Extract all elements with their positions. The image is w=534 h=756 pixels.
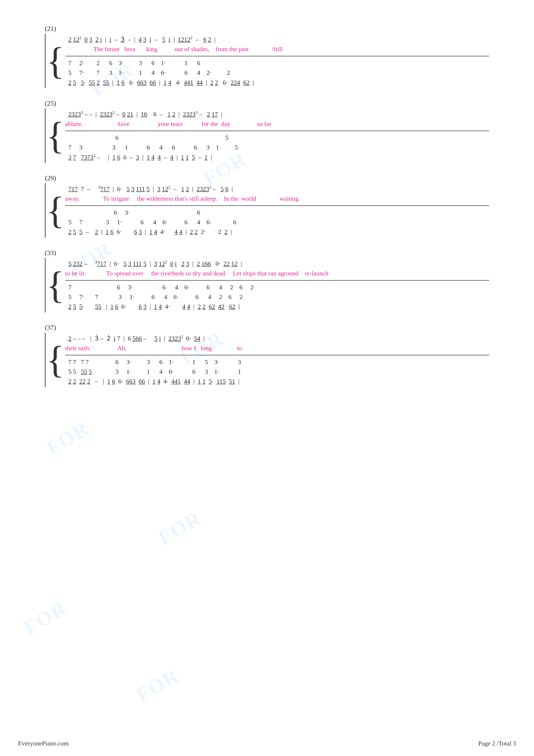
staves-29: 717 7 – 3717 | 6· 5 3 111 5 | 3 122 – 1 … bbox=[65, 183, 489, 238]
brace-33: { bbox=[45, 258, 65, 312]
section-label-25: (25) bbox=[45, 99, 489, 107]
bass-row2-21: 5 7· 7 3 1· 1 4 6· 6 4 2· 2 bbox=[65, 68, 489, 77]
brace-29: { bbox=[45, 183, 65, 238]
watermark-5: FOR bbox=[42, 417, 93, 460]
section-label-21: (21) bbox=[45, 25, 489, 32]
staves-25: 23233 – – | 23233 – 0 21 | 16· 6 – 1 2 |… bbox=[65, 108, 489, 163]
section-label-33: (33) bbox=[45, 249, 489, 256]
watermark-7: FOR bbox=[20, 596, 71, 639]
bass-row1-33: 5 7· 7 3 1· 6 4 6· 6 4 2 6 2 bbox=[65, 292, 489, 302]
staff-divider-21 bbox=[65, 56, 489, 56]
bass-row2-37: 2 2 22 2 – | 1 6 6· 663 66 | 1 4 4· 441 … bbox=[65, 376, 489, 386]
section-label-29: (29) bbox=[45, 174, 489, 182]
section-21: (21) { 2 122 0 3 2 i | i – 3̇ – | 4 3 i … bbox=[45, 25, 489, 88]
treble-lyrics-29: away. To irrigate the wilderness that's … bbox=[65, 194, 489, 203]
system-33: { 5 232 – 3717 | 6· 5 3 111 5 | 3 122 0 … bbox=[45, 258, 489, 312]
section-29: (29) { 717 7 – 3717 | 6· 5 3 111 5 | 3 1… bbox=[45, 174, 489, 238]
staves-21: 2 122 0 3 2 i | i – 3̇ – | 4 3 i – 5 i |… bbox=[65, 34, 489, 88]
treble-staff-25: 23233 – – | 23233 – 0 21 | 16· 6 – 1 2 |… bbox=[65, 108, 489, 130]
treble-notation-33: 5 232 – 3717 | 6· 5 3 111 5 | 3 122 0 i … bbox=[65, 259, 489, 268]
treble-lyrics-37: their sails. Ah, how I long to bbox=[65, 343, 489, 353]
bass-extra-33: 7 6 3· 6 4 6· 6 4 2 6 2 bbox=[65, 283, 489, 292]
staff-divider-33 bbox=[65, 280, 489, 281]
treble-staff-37: 2 – – – | 3̇ – 2̇ i 7 | 6 566 – 5 i | 23… bbox=[65, 333, 489, 354]
section-37: (37) { 2 – – – | 3̇ – 2̇ i 7 | 6 566 – 5… bbox=[45, 324, 489, 387]
page: FOR FOR FOR FOR FOR FOR FOR FOR (21) { 2… bbox=[0, 0, 534, 756]
watermark-6: FOR bbox=[154, 506, 206, 550]
treble-notation-21: 2 122 0 3 2 i | i – 3̇ – | 4 3 i – 5 i |… bbox=[65, 35, 489, 44]
bass-row2-25: 3 7 73733 – | 1 6 6 – 3 | 1 4 4 – 4 | 1 … bbox=[65, 152, 489, 162]
bass-staff-29: 6 3· 6 5 7 3 1· 6 4 6· 6 4 6· 6 2 5 5 – … bbox=[65, 207, 489, 238]
treble-staff-33: 5 232 – 3717 | 6· 5 3 111 5 | 3 122 0 i … bbox=[65, 258, 489, 279]
system-21: { 2 122 0 3 2 i | i – 3̇ – | 4 3 i – 5 i… bbox=[45, 34, 489, 88]
brace-37: { bbox=[45, 333, 65, 387]
score-area: (21) { 2 122 0 3 2 i | i – 3̇ – | 4 3 i … bbox=[18, 14, 516, 410]
footer-right: Page 2 /Total 3 bbox=[478, 740, 516, 747]
bass-row1-37: 5 5 55 5 3 1· 1 4 6· 6 3 1· 1 bbox=[65, 367, 489, 376]
bass-row3-21: 2 5 5· 55 2 55 | 1 6 6· 663 66 | 1 4 4· … bbox=[65, 78, 489, 87]
brace-21: { bbox=[45, 34, 65, 88]
section-25: (25) { 23233 – – | 23233 – 0 21 | 16· 6 … bbox=[45, 99, 489, 163]
bass-staff-21: 7 2· 2 6 3· 3 6 1· 1 6 5 7· 7 3 1· 1 4 6… bbox=[65, 57, 489, 88]
system-37: { 2 – – – | 3̇ – 2̇ i 7 | 6 566 – 5 i | … bbox=[45, 333, 489, 387]
bass-extra-25: 6 5 bbox=[65, 133, 489, 143]
treble-notation-29: 717 7 – 3717 | 6· 5 3 111 5 | 3 122 – 1 … bbox=[65, 184, 489, 194]
treble-lyrics-33: to be lit. To spread over the riverbeds … bbox=[65, 268, 489, 278]
bass-staff-25: 6 5 7 3 3 1 6 4 6 6 3 1 5 3 7 bbox=[65, 132, 489, 163]
bass-staff-37: 7 7 7 7 6 3· 3 6 1· 1 5 3· 3 5 5 55 5 3 … bbox=[65, 356, 489, 387]
staves-33: 5 232 – 3717 | 6· 5 3 111 5 | 3 122 0 i … bbox=[65, 258, 489, 312]
bass-row1-25: 7 3 3 1 6 4 6 6 3 1 5 bbox=[65, 143, 489, 152]
bass-staff-33: 7 6 3· 6 4 6· 6 4 2 6 2 5 7· 7 3 1· 6 4 … bbox=[65, 282, 489, 312]
section-33: (33) { 5 232 – 3717 | 6· 5 3 111 5 | 3 1… bbox=[45, 249, 489, 312]
footer-left: EveryonePiano.com bbox=[18, 740, 69, 747]
section-label-37: (37) bbox=[45, 324, 489, 331]
treble-staff-21: 2 122 0 3 2 i | i – 3̇ – | 4 3 i – 5 i |… bbox=[65, 34, 489, 55]
treble-staff-29: 717 7 – 3717 | 6· 5 3 111 5 | 3 122 – 1 … bbox=[65, 183, 489, 204]
treble-lyrics-21: The future brea king out of shades, from… bbox=[65, 44, 489, 54]
bass-row2-33: 2 5 5· 55 | 1 6 6· 6 3 | 1 4 4· 4 4 | 2 … bbox=[65, 302, 489, 311]
footer: EveryonePiano.com Page 2 /Total 3 bbox=[18, 740, 516, 747]
bass-row1-29: 5 7 3 1· 6 4 6· 6 4 6· 6 bbox=[65, 217, 489, 227]
staves-37: 2 – – – | 3̇ – 2̇ i 7 | 6 566 – 5 i | 23… bbox=[65, 333, 489, 387]
treble-notation-37: 2 – – – | 3̇ – 2̇ i 7 | 6 566 – 5 i | 23… bbox=[65, 334, 489, 343]
bass-row2-29: 2 5 5 – 2 | 1 6 6· 6 3 | 1 4 4· 4 4 | 2 … bbox=[65, 227, 489, 237]
treble-notation-25: 23233 – – | 23233 – 0 21 | 16· 6 – 1 2 |… bbox=[65, 109, 489, 119]
system-25: { 23233 – – | 23233 – 0 21 | 16· 6 – 1 2… bbox=[45, 108, 489, 163]
bass-extra-29: 6 3· 6 bbox=[65, 208, 489, 217]
brace-25: { bbox=[45, 108, 65, 163]
system-29: { 717 7 – 3717 | 6· 5 3 111 5 | 3 122 – … bbox=[45, 183, 489, 238]
watermark-8: FOR bbox=[132, 663, 183, 707]
staff-divider-29 bbox=[65, 205, 489, 206]
bass-extra-37: 7 7 7 7 6 3· 3 6 1· 1 5 3· 3 bbox=[65, 357, 489, 367]
staff-divider-25 bbox=[65, 131, 489, 131]
treble-lyrics-25: ablaze. Save your tears for the day so f… bbox=[65, 119, 489, 129]
bass-row1-21: 7 2· 2 6 3· 3 6 1· 1 6 bbox=[65, 58, 489, 68]
staff-divider-37 bbox=[65, 355, 489, 355]
